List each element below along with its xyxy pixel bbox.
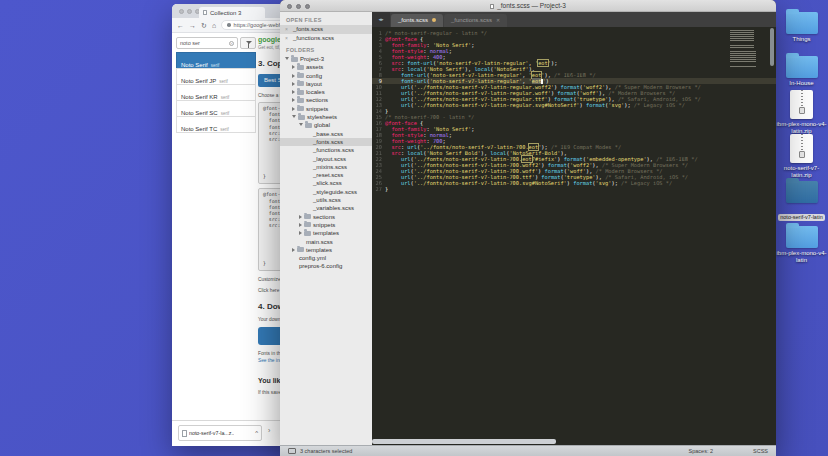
disclosure-triangle-icon[interactable] [292,248,295,252]
tree-item[interactable]: _mixins.scss [280,163,372,171]
close-window-button[interactable] [287,4,292,9]
tree-item[interactable]: locales [280,88,372,96]
tree-item[interactable]: layout [280,80,372,88]
vertical-scrollbar[interactable] [770,28,774,66]
editor-tab[interactable]: _functions.scss✕ [444,14,507,27]
folder-icon [786,226,818,248]
disclosure-triangle-icon[interactable] [299,231,302,235]
filter-button[interactable] [240,37,256,49]
download-menu-caret-icon[interactable]: ^ [255,430,258,436]
tree-item[interactable]: _reset.scss [280,171,372,179]
reload-icon[interactable]: ↻ [201,22,207,29]
disclosure-triangle-icon[interactable] [292,90,295,94]
desktop-icon[interactable]: ibm-plex-mono-v4-latin.zip [775,90,828,135]
disclosure-triangle-icon[interactable] [292,107,295,111]
tree-item[interactable]: _base.scss [280,130,372,138]
horizontal-scrollbar[interactable] [372,439,556,444]
desktop-icon[interactable]: noto-serif-v7-latin [775,177,828,223]
back-icon[interactable]: ← [177,22,184,29]
folder-icon [304,222,311,227]
line-number: 27 [372,186,385,192]
line-number: 8 [372,72,385,78]
font-list-item[interactable]: Noto Serif SCserif [176,100,256,117]
close-file-icon[interactable]: × [285,34,288,43]
tree-item[interactable]: config [280,72,372,80]
disclosure-triangle-icon[interactable] [299,223,302,227]
tree-item[interactable]: _slick.scss [280,179,372,187]
font-list-item[interactable]: Noto Serif KRserif [176,84,256,101]
disclosure-triangle-icon[interactable] [292,74,295,78]
tree-item[interactable]: sections [280,96,372,104]
tree-item[interactable]: snippets [280,221,372,229]
status-bar-icon [288,448,296,454]
tree-item[interactable]: config.yml [280,254,372,262]
clear-search-icon[interactable]: × [229,41,234,46]
close-window-button[interactable] [179,9,184,14]
folders-header: FOLDERS [286,47,372,53]
downloaded-file-button[interactable]: noto-serif-v7-la...z.. ^ [178,425,262,441]
open-file-item[interactable]: ×_functions.scss [280,34,372,43]
folder-icon [786,12,818,34]
zip-archive-icon [790,134,813,163]
editor-sidebar: OPEN FILES ×_fonts.scss×_functions.scss … [280,12,372,445]
disclosure-triangle-icon[interactable] [285,57,289,60]
disclosure-triangle-icon[interactable] [292,82,295,86]
font-list-item[interactable]: Noto Serifserif [176,52,256,69]
tree-item[interactable]: _fonts.scss [280,138,372,146]
editor-tab[interactable]: _fonts.scss [391,14,443,27]
folder-icon [297,81,304,86]
desktop-icon[interactable]: Things [775,8,828,43]
tree-item[interactable]: _styleguide.scss [280,188,372,196]
tree-item[interactable]: assets [280,63,372,71]
minimap[interactable] [730,30,756,67]
tree-item[interactable]: _utils.scss [280,196,372,204]
home-icon[interactable]: ⌂ [212,22,216,29]
font-list-item[interactable]: Noto Serif TCserif [176,116,256,133]
desktop-icon[interactable]: noto-serif-v7-latin.zip [775,134,828,179]
chevron-right-icon[interactable]: › [268,427,270,434]
desktop-icon-label: In-House [775,80,828,87]
desktop-icon-label: Things [775,36,828,43]
code-editor[interactable]: 1/* noto-serif-regular - latin */2@font-… [372,27,776,439]
minimize-window-button[interactable] [296,4,301,9]
disclosure-triangle-icon[interactable] [292,115,296,118]
disclosure-triangle-icon[interactable] [292,98,295,102]
tree-item[interactable]: main.scss [280,238,372,246]
folder-icon [786,56,818,78]
tree-item[interactable]: sections [280,213,372,221]
disclosure-triangle-icon[interactable] [299,215,302,219]
tree-item[interactable]: templates [280,246,372,254]
forward-icon[interactable]: → [189,22,196,29]
tree-item[interactable]: global [280,121,372,129]
disclosure-triangle-icon[interactable] [299,123,303,126]
editor-window: _fonts.scss — Project-3 OPEN FILES ×_fon… [280,0,776,456]
zoom-window-button[interactable] [305,4,310,9]
tree-item[interactable]: stylesheets [280,113,372,121]
desktop-icon[interactable]: ibm-plex-mono-v4-latin [775,222,828,264]
desktop-icon[interactable]: In-House [775,52,828,87]
tree-item[interactable]: templates [280,229,372,237]
desktop: ThingsIn-Houseibm-plex-mono-v4-latin.zip… [0,0,828,456]
browser-tab[interactable]: Collection 3 [199,7,265,18]
minimize-window-button[interactable] [187,9,192,14]
folder-icon [297,247,304,252]
close-tab-icon[interactable]: ✕ [496,17,500,23]
font-list-item[interactable]: Noto Serif JPserif [176,68,256,85]
open-files-list: ×_fonts.scss×_functions.scss [280,25,372,42]
browser-tab-title: Collection 3 [210,10,241,16]
syntax-setting[interactable]: SCSS [753,448,768,454]
tree-item[interactable]: prepros-6.config [280,262,372,270]
search-input[interactable]: noto ser × [176,37,238,49]
disclosure-triangle-icon[interactable] [292,65,295,69]
tree-item[interactable]: _variables.scss [280,204,372,212]
tree-item[interactable]: snippets [280,105,372,113]
open-file-item[interactable]: ×_fonts.scss [280,25,372,34]
close-file-icon[interactable]: × [285,25,288,34]
folder-icon [297,106,304,111]
tab-scroll-arrows-icon[interactable]: ◂▸ [372,12,390,27]
tree-item[interactable]: _layout.scss [280,155,372,163]
tree-item[interactable]: _functions.scss [280,146,372,154]
folder-icon [297,90,304,95]
indent-setting[interactable]: Spaces: 2 [689,448,713,454]
tree-item[interactable]: Project-3 [280,55,372,63]
